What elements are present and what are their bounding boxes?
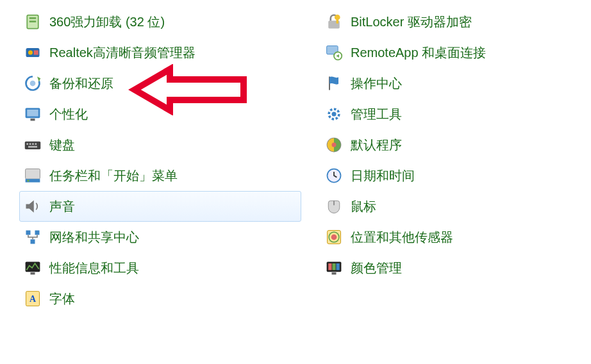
item-color-management[interactable]: 颜色管理 — [320, 252, 577, 283]
svg-rect-8 — [27, 110, 38, 117]
item-label: BitLocker 驱动器加密 — [351, 15, 472, 28]
svg-rect-44 — [332, 272, 337, 275]
svg-rect-5 — [34, 51, 38, 55]
svg-point-32 — [332, 112, 337, 117]
item-label: 位置和其他传感器 — [351, 231, 453, 244]
item-label: 颜色管理 — [351, 261, 402, 274]
item-personalization[interactable]: 个性化 — [19, 99, 301, 129]
svg-rect-43 — [337, 263, 340, 270]
sensors-icon — [324, 227, 344, 247]
audio-chip-icon — [22, 42, 43, 63]
default-programs-icon — [324, 135, 344, 155]
svg-rect-16 — [26, 169, 40, 179]
item-fonts[interactable]: A 字体 — [19, 283, 301, 314]
svg-point-38 — [331, 235, 337, 240]
item-taskbar-start[interactable]: 任务栏和「开始」菜单 — [19, 160, 301, 191]
svg-rect-10 — [25, 142, 41, 149]
item-label: 备份和还原 — [49, 77, 113, 90]
item-label: 任务栏和「开始」菜单 — [49, 169, 178, 182]
svg-rect-20 — [35, 231, 40, 235]
item-backup-restore[interactable]: 备份和还原 — [19, 68, 301, 99]
item-label: 字体 — [49, 292, 75, 305]
bitlocker-icon — [324, 12, 344, 32]
uninstall-icon — [22, 12, 43, 32]
remoteapp-icon — [324, 42, 344, 63]
svg-rect-19 — [26, 231, 31, 235]
item-default-programs[interactable]: 默认程序 — [320, 129, 577, 160]
item-network-sharing[interactable]: 网络和共享中心 — [19, 222, 301, 252]
svg-point-18 — [27, 179, 29, 182]
item-keyboard[interactable]: 键盘 — [19, 129, 301, 160]
item-label: 鼠标 — [351, 200, 376, 213]
personalization-icon — [22, 104, 43, 124]
right-column: BitLocker 驱动器加密 RemoteApp 和桌面连接 操作中心 管理工… — [320, 6, 577, 283]
svg-rect-13 — [32, 143, 34, 145]
svg-rect-1 — [29, 17, 37, 19]
backup-restore-icon — [22, 73, 43, 94]
item-label: 操作中心 — [351, 77, 402, 90]
clock-icon — [324, 165, 344, 186]
item-remoteapp[interactable]: RemoteApp 和桌面连接 — [320, 37, 577, 68]
svg-rect-15 — [28, 146, 37, 148]
item-admin-tools[interactable]: 管理工具 — [320, 99, 577, 129]
svg-rect-14 — [35, 143, 37, 145]
item-label: 个性化 — [49, 108, 88, 120]
svg-text:A: A — [29, 294, 37, 304]
item-label: 日期和时间 — [351, 169, 415, 182]
svg-rect-9 — [31, 119, 35, 121]
gear-icon — [324, 104, 344, 124]
svg-rect-21 — [31, 240, 35, 244]
sound-icon — [22, 196, 43, 217]
item-label: 性能信息和工具 — [49, 261, 139, 274]
item-label: RemoteApp 和桌面连接 — [351, 46, 486, 59]
left-column: 360强力卸载 (32 位) Realtek高清晰音频管理器 备份和还原 个性化 — [19, 6, 301, 314]
svg-rect-28 — [337, 19, 339, 24]
control-panel-items-view: 360强力卸载 (32 位) Realtek高清晰音频管理器 备份和还原 个性化 — [0, 0, 591, 364]
item-location-sensors[interactable]: 位置和其他传感器 — [320, 222, 577, 252]
item-label: 管理工具 — [351, 108, 402, 120]
item-bitlocker[interactable]: BitLocker 驱动器加密 — [320, 6, 577, 37]
item-label: 网络和共享中心 — [49, 231, 139, 244]
item-label: Realtek高清晰音频管理器 — [49, 46, 196, 59]
item-label: 声音 — [49, 200, 75, 213]
flag-icon — [324, 73, 344, 94]
item-sound[interactable]: 声音 — [19, 191, 301, 222]
item-label: 默认程序 — [351, 138, 402, 151]
performance-icon — [22, 258, 43, 278]
network-icon — [22, 227, 43, 247]
svg-rect-23 — [31, 272, 35, 275]
keyboard-icon — [22, 135, 43, 155]
item-performance-info[interactable]: 性能信息和工具 — [19, 252, 301, 283]
item-mouse[interactable]: 鼠标 — [320, 191, 577, 222]
item-date-time[interactable]: 日期和时间 — [320, 160, 577, 191]
svg-rect-41 — [328, 263, 331, 270]
svg-rect-12 — [29, 143, 31, 145]
color-management-icon — [324, 258, 344, 278]
fonts-icon: A — [22, 288, 43, 309]
svg-point-6 — [30, 81, 36, 87]
item-realtek-audio[interactable]: Realtek高清晰音频管理器 — [19, 37, 301, 68]
svg-rect-11 — [26, 143, 28, 145]
taskbar-icon — [22, 165, 43, 186]
item-uninstall-360[interactable]: 360强力卸载 (32 位) — [19, 6, 301, 37]
item-action-center[interactable]: 操作中心 — [320, 68, 577, 99]
svg-rect-42 — [332, 263, 335, 270]
mouse-icon — [324, 196, 344, 217]
svg-rect-2 — [29, 21, 37, 22]
svg-point-34 — [332, 143, 337, 147]
item-label: 360强力卸载 (32 位) — [49, 15, 165, 28]
item-label: 键盘 — [49, 138, 75, 151]
svg-point-4 — [28, 51, 33, 55]
